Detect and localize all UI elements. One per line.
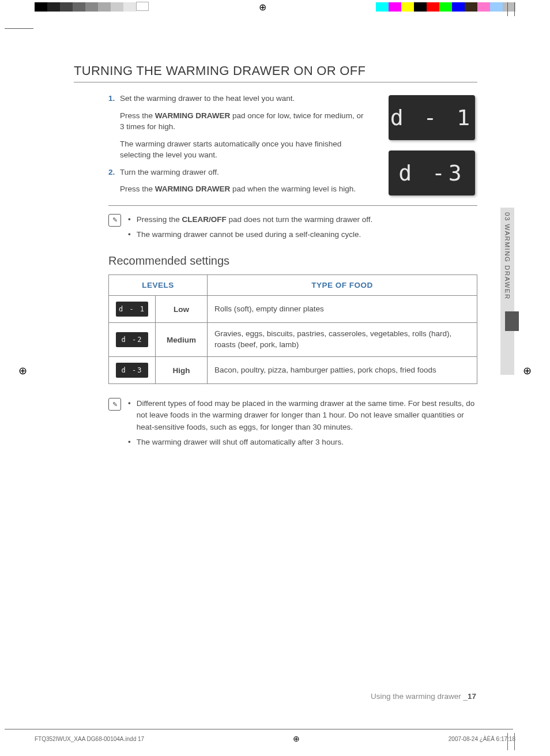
note-item: The warming drawer cannot be used during… (128, 229, 477, 240)
grayscale-swatches (35, 2, 149, 12)
step-2-sub-a: Press the WARMING DRAWER pad when the wa… (120, 183, 368, 195)
table-row: d -3 High Bacon, poultry, pizza, hamburg… (109, 357, 477, 384)
step-text: Turn the warming drawer off. (120, 167, 368, 178)
section-tab-label: 03 WARMING DRAWER (499, 208, 511, 300)
table-header-levels: LEVELS (109, 275, 208, 296)
imprint-line: FTQ352IWUX_XAA DG68-00104A.indd 17 ⊕ 200… (35, 734, 515, 743)
display-badge: d -3 (116, 363, 148, 378)
text: The warming drawer will shut off automat… (137, 437, 344, 448)
text: pad when the warming level is high. (230, 185, 356, 193)
crop-mark-icon (514, 2, 515, 16)
note-icon (108, 214, 121, 227)
food-cell: Bacon, poultry, pizza, hamburger patties… (208, 357, 477, 384)
settings-table: LEVELS TYPE OF FOOD d - 1 Low Rolls (sof… (108, 274, 477, 384)
steps-list: 1. Set the warming drawer to the heat le… (108, 93, 368, 195)
level-label: Medium (156, 323, 208, 357)
food-cell: Gravies, eggs, biscuits, pastries, casse… (208, 323, 477, 357)
page-footer: Using the warming drawer _17 (371, 692, 476, 701)
note-block-1: Pressing the CLEAR/OFF pad does not turn… (108, 214, 477, 245)
food-cell: Rolls (soft), empty dinner plates (208, 296, 477, 323)
text: Press the (120, 111, 155, 120)
note-block-2: Different types of food may be placed in… (108, 398, 477, 452)
note-item: The warming drawer will shut off automat… (128, 437, 477, 448)
footer-label: Using the warming drawer _ (371, 692, 468, 701)
step-number: 1. (108, 93, 120, 104)
table-row: d -2 Medium Gravies, eggs, biscuits, pas… (109, 323, 477, 357)
imprint-timestamp: 2007-08-24 ¿ÀÈÄ 6:17:18 (449, 736, 515, 742)
text: Different types of food may be placed in… (137, 398, 477, 433)
display-badge: d - 1 (116, 302, 148, 317)
registration-mark-icon: ⊕ (18, 364, 27, 377)
printer-color-bar: ⊕ (0, 0, 550, 14)
text: pad does not turn the warming drawer off… (227, 215, 372, 224)
text: Pressing the (137, 215, 182, 224)
bold-text: WARMING DRAWER (155, 111, 231, 120)
step-2: 2. Turn the warming drawer off. (108, 167, 368, 178)
step-text: Set the warming drawer to the heat level… (120, 93, 368, 104)
step-1-sub-a: Press the WARMING DRAWER pad once for lo… (120, 110, 368, 133)
table-row: d - 1 Low Rolls (soft), empty dinner pla… (109, 296, 477, 323)
page-number: 17 (468, 692, 476, 701)
table-header-type: TYPE OF FOOD (208, 275, 477, 296)
divider (108, 205, 477, 206)
registration-mark-icon: ⊕ (523, 364, 532, 377)
crop-mark-icon (507, 2, 508, 16)
crop-mark-icon (5, 729, 513, 729)
page-title: TURNING THE WARMING DRAWER ON OR OFF (74, 63, 477, 82)
subheading: Recommended settings (108, 254, 477, 268)
crop-mark-icon (5, 2, 33, 25)
step-1-sub-b: The warming drawer starts automatically … (120, 138, 368, 161)
step-1: 1. Set the warming drawer to the heat le… (108, 93, 368, 104)
level-label: Low (156, 296, 208, 323)
text: The warming drawer cannot be used during… (137, 229, 361, 240)
color-swatches (376, 2, 515, 12)
note-item: Different types of food may be placed in… (128, 398, 477, 433)
registration-mark-icon: ⊕ (293, 734, 300, 743)
imprint-filename: FTQ352IWUX_XAA DG68-00104A.indd 17 (35, 736, 144, 742)
display-badge: d -2 (116, 332, 148, 347)
bold-text: CLEAR/OFF (182, 215, 227, 224)
note-icon (108, 398, 121, 411)
text: Press the (120, 185, 155, 193)
level-label: High (156, 357, 208, 384)
note-item: Pressing the CLEAR/OFF pad does not turn… (128, 214, 477, 225)
step-number: 2. (108, 167, 120, 178)
bold-text: WARMING DRAWER (155, 185, 231, 193)
registration-mark-icon: ⊕ (259, 2, 266, 13)
